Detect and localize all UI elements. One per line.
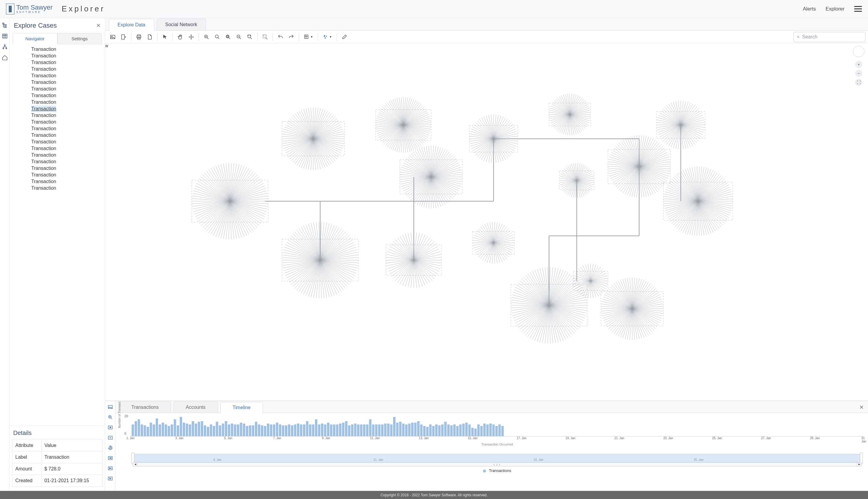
svg-line-904 bbox=[511, 300, 549, 305]
export-icon[interactable] bbox=[119, 32, 129, 42]
print-icon[interactable] bbox=[134, 32, 144, 42]
svg-line-244 bbox=[380, 110, 403, 125]
nav-alerts[interactable]: Alerts bbox=[803, 6, 816, 12]
pointer-icon[interactable] bbox=[160, 32, 170, 42]
svg-line-27 bbox=[230, 201, 268, 207]
zoom-default-icon[interactable] bbox=[212, 32, 222, 42]
chart-bar bbox=[288, 424, 290, 436]
tree-item-transaction[interactable]: Transaction bbox=[31, 72, 105, 79]
zoom-fit-icon[interactable] bbox=[245, 32, 255, 42]
skip-fwd-icon[interactable] bbox=[107, 465, 113, 471]
tree-item-transaction[interactable]: Transaction bbox=[31, 185, 105, 192]
cluster-dropdown[interactable]: ▼ bbox=[320, 32, 334, 42]
close-icon[interactable]: ✕ bbox=[859, 404, 864, 411]
tree-item-transaction[interactable]: Transaction bbox=[31, 59, 105, 66]
hand-icon[interactable] bbox=[175, 32, 185, 42]
graph-canvas[interactable]: w + − ⛶ bbox=[105, 43, 868, 401]
tree-item-transaction[interactable]: Transaction bbox=[31, 46, 105, 52]
fit-button[interactable]: ⛶ bbox=[855, 79, 862, 86]
highlight-icon[interactable] bbox=[260, 32, 270, 42]
close-icon[interactable]: ✕ bbox=[96, 22, 101, 29]
svg-line-633 bbox=[639, 167, 663, 187]
chart-bar bbox=[336, 424, 339, 436]
tree-item-transaction[interactable]: Transaction bbox=[31, 86, 105, 92]
svg-line-1042 bbox=[320, 260, 343, 290]
tree-item-transaction[interactable]: Transaction bbox=[31, 178, 105, 185]
chart-bar bbox=[459, 424, 462, 436]
range-tick: 4. Jan bbox=[213, 458, 221, 461]
move-icon[interactable] bbox=[186, 32, 196, 42]
tree-item-transaction[interactable]: Transaction bbox=[31, 106, 56, 112]
tree-item-transaction[interactable]: Transaction bbox=[31, 172, 105, 178]
tree-item-transaction[interactable]: Transaction bbox=[31, 165, 105, 172]
zoom-in-icon[interactable] bbox=[201, 32, 211, 42]
tree-item-transaction[interactable]: Transaction bbox=[31, 79, 105, 86]
scroll-grip-icon[interactable]: I I I bbox=[494, 463, 501, 466]
layout-dropdown[interactable]: ▼ bbox=[302, 32, 315, 42]
nav-explorer[interactable]: Explorer bbox=[826, 6, 845, 12]
navigator-tree[interactable]: TransactionTransactionTransactionTransac… bbox=[10, 44, 105, 426]
undo-icon[interactable] bbox=[275, 32, 285, 42]
tree-item-transaction[interactable]: Transaction bbox=[31, 99, 105, 106]
chart-bar bbox=[414, 423, 417, 436]
pause-icon[interactable] bbox=[107, 435, 113, 441]
subtab-navigator[interactable]: Navigator bbox=[13, 33, 58, 44]
tab-social-network[interactable]: Social Network bbox=[157, 19, 206, 31]
range-tick: 11. Jan bbox=[373, 458, 383, 461]
bottom-main: Transactions Accounts Timeline ✕ Number … bbox=[115, 401, 868, 491]
tree-item-transaction[interactable]: Transaction bbox=[31, 158, 105, 165]
btab-transactions[interactable]: Transactions bbox=[119, 402, 171, 413]
tree-item-transaction[interactable]: Transaction bbox=[31, 145, 105, 152]
graph-search[interactable] bbox=[793, 32, 866, 42]
chart-bar bbox=[186, 424, 188, 436]
tree-item-transaction[interactable]: Transaction bbox=[31, 152, 105, 158]
svg-line-38 bbox=[230, 201, 253, 231]
chart-bar bbox=[183, 423, 185, 436]
chart-bar bbox=[387, 424, 390, 436]
image-icon[interactable] bbox=[107, 404, 113, 410]
btab-timeline[interactable]: Timeline bbox=[220, 402, 263, 413]
zoom-area-icon[interactable] bbox=[223, 32, 233, 42]
tab-explore-data[interactable]: Explore Data bbox=[109, 19, 154, 31]
org-icon[interactable] bbox=[2, 44, 8, 50]
redo-icon[interactable] bbox=[286, 32, 296, 42]
svg-line-798 bbox=[677, 201, 698, 229]
tree-item-transaction[interactable]: Transaction bbox=[31, 132, 105, 138]
svg-line-855 bbox=[698, 199, 733, 201]
timeline-range-selector[interactable]: 4. Jan 11. Jan 18. Jan 25. Jan bbox=[133, 454, 861, 462]
page-icon[interactable] bbox=[145, 32, 155, 42]
step-fwd-icon[interactable] bbox=[107, 476, 113, 482]
compass-icon[interactable] bbox=[853, 46, 864, 57]
tree-item-transaction[interactable]: Transaction bbox=[31, 92, 105, 99]
menu-icon[interactable] bbox=[854, 6, 862, 12]
erase-icon[interactable] bbox=[339, 32, 350, 42]
timeline-scrollbar[interactable]: ◀ I I I ▶ bbox=[133, 462, 861, 466]
tree-item-transaction[interactable]: Transaction bbox=[31, 66, 105, 72]
scroll-right-icon[interactable]: ▶ bbox=[857, 463, 861, 466]
subtab-settings[interactable]: Settings bbox=[58, 33, 102, 44]
skip-back-icon[interactable] bbox=[107, 455, 113, 461]
svg-line-129 bbox=[313, 139, 329, 166]
svg-line-921 bbox=[540, 268, 549, 305]
zoom-out-icon[interactable] bbox=[234, 32, 244, 42]
zoom-in-button[interactable]: + bbox=[855, 61, 862, 68]
range-tick: 18. Jan bbox=[534, 458, 543, 461]
search-input[interactable] bbox=[802, 34, 862, 40]
zoom-in-icon[interactable] bbox=[107, 414, 113, 420]
scroll-left-icon[interactable]: ◀ bbox=[133, 463, 137, 466]
tree-item-transaction[interactable]: Transaction bbox=[31, 125, 105, 132]
table-icon[interactable] bbox=[2, 33, 8, 39]
zoom-out-button[interactable]: − bbox=[855, 70, 862, 77]
tree-item-transaction[interactable]: Transaction bbox=[31, 138, 105, 145]
tree-item-transaction[interactable]: Transaction bbox=[31, 52, 105, 59]
tree-icon[interactable] bbox=[2, 22, 8, 28]
home-icon[interactable] bbox=[2, 55, 8, 61]
play-icon[interactable] bbox=[107, 424, 113, 430]
tree-item-transaction[interactable]: Transaction bbox=[31, 119, 105, 125]
svg-line-422 bbox=[493, 243, 514, 248]
restart-icon[interactable] bbox=[107, 445, 113, 451]
btab-accounts[interactable]: Accounts bbox=[173, 402, 218, 413]
tree-item-transaction[interactable]: Transaction bbox=[31, 112, 105, 119]
image-icon[interactable] bbox=[108, 32, 118, 42]
svg-line-1048 bbox=[320, 260, 329, 297]
